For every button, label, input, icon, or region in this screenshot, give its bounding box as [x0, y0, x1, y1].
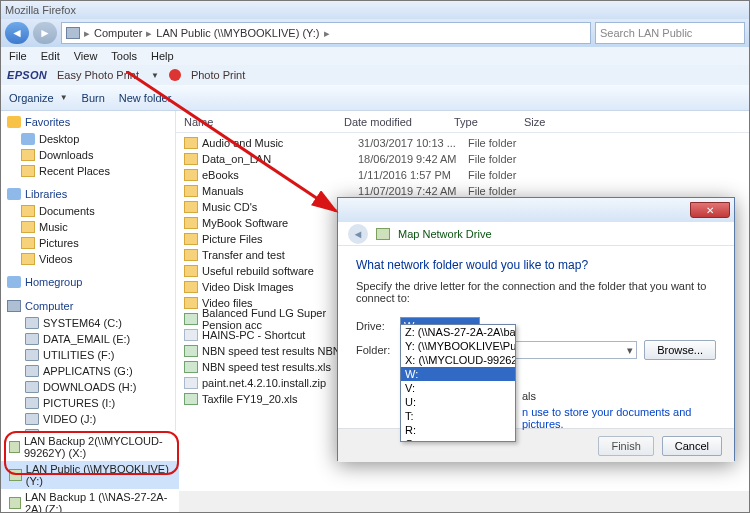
sidebar-item-drive[interactable]: DOWNLOADS (H:) [1, 379, 175, 395]
browse-button[interactable]: Browse... [644, 340, 716, 360]
epson-logo: EPSON [7, 69, 47, 81]
menu-edit[interactable]: Edit [41, 50, 60, 62]
sidebar-item-pictures[interactable]: Pictures [1, 235, 175, 251]
dropdown-option[interactable]: V: [401, 381, 515, 395]
search-placeholder: Search LAN Public [600, 27, 692, 39]
folder-icon [21, 149, 35, 161]
epson-toolbar: EPSON Easy Photo Print ▼ Photo Print [1, 65, 749, 85]
file-icon [184, 393, 198, 405]
forward-button[interactable]: ► [33, 22, 57, 44]
menu-tools[interactable]: Tools [111, 50, 137, 62]
file-icon [184, 329, 198, 341]
finish-button[interactable]: Finish [598, 436, 653, 456]
file-icon [184, 201, 198, 213]
sidebar-item-drive[interactable]: DATA_EMAIL (E:) [1, 331, 175, 347]
chevron-down-icon: ▾ [627, 344, 633, 357]
chevron-right-icon: ▸ [146, 27, 152, 40]
sidebar-item-desktop[interactable]: Desktop [1, 131, 175, 147]
new-folder-button[interactable]: New folder [119, 92, 172, 104]
folder-icon [21, 253, 35, 265]
file-icon [184, 313, 198, 325]
table-row[interactable]: Audio and Music31/03/2017 10:13 ...File … [176, 135, 749, 151]
drive-icon [25, 317, 39, 329]
chevron-right-icon: ▸ [324, 27, 330, 40]
folder-icon [21, 165, 35, 177]
col-name[interactable]: Name [184, 116, 344, 128]
sidebar-item-drive[interactable]: PICTURES (I:) [1, 395, 175, 411]
sidebar-item-lanpublic[interactable]: LAN Public (\\MYBOOKLIVE) (Y:) [1, 461, 179, 489]
dropdown-option[interactable]: Y: (\\MYBOOKLIVE\Public) [401, 339, 515, 353]
dropdown-option[interactable]: T: [401, 409, 515, 423]
file-icon [184, 217, 198, 229]
sidebar-item-documents[interactable]: Documents [1, 203, 175, 219]
map-network-drive-dialog: ✕ ◄ Map Network Drive What network folde… [337, 197, 735, 461]
sidebar-item-drive[interactable]: VIDEO (J:) [1, 411, 175, 427]
sidebar-item-drive[interactable]: APPLICATNS (G:) [1, 363, 175, 379]
computer-header[interactable]: Computer [1, 297, 175, 315]
easy-photo-print-button[interactable]: Easy Photo Print [57, 69, 139, 81]
menu-file[interactable]: File [9, 50, 27, 62]
dropdown-option[interactable]: Z: (\\NAS-27-2A-2A\backup) [401, 325, 515, 339]
col-size[interactable]: Size [524, 116, 584, 128]
cancel-button[interactable]: Cancel [662, 436, 722, 456]
file-icon [184, 137, 198, 149]
file-icon [184, 281, 198, 293]
folder-icon [21, 205, 35, 217]
file-icon [184, 361, 198, 373]
dropdown-option[interactable]: U: [401, 395, 515, 409]
drive-icon [25, 349, 39, 361]
sidebar-item-lanbackup2[interactable]: LAN Backup 2(\\MYCLOUD-99262Y) (X:) [1, 433, 179, 461]
dropdown-option[interactable]: W: [401, 367, 515, 381]
burn-button[interactable]: Burn [82, 92, 105, 104]
dropdown-option[interactable]: R: [401, 423, 515, 437]
file-icon [184, 249, 198, 261]
file-icon [184, 297, 198, 309]
file-icon [184, 377, 198, 389]
homegroup-header[interactable]: Homegroup [1, 273, 175, 291]
computer-icon [7, 300, 21, 312]
file-icon [184, 185, 198, 197]
storage-link-tail[interactable]: n use to store your documents and pictur… [522, 406, 734, 430]
dialog-back-button[interactable]: ◄ [348, 224, 368, 244]
file-icon [184, 265, 198, 277]
sidebar-item-drive[interactable]: UTILITIES (F:) [1, 347, 175, 363]
sidebar-item-videos[interactable]: Videos [1, 251, 175, 267]
dropdown-option[interactable]: Q: [401, 437, 515, 442]
sidebar-item-recent[interactable]: Recent Places [1, 163, 175, 179]
chevron-down-icon[interactable]: ▼ [151, 71, 159, 80]
dialog-headline: What network folder would you like to ma… [356, 258, 716, 272]
sidebar-item-drive[interactable]: SYSTEM64 (C:) [1, 315, 175, 331]
close-button[interactable]: ✕ [690, 202, 730, 218]
columns-header: Name Date modified Type Size [176, 111, 749, 133]
sidebar-item-downloads[interactable]: Downloads [1, 147, 175, 163]
drive-dropdown-list[interactable]: Z: (\\NAS-27-2A-2A\backup)Y: (\\MYBOOKLI… [400, 324, 516, 442]
breadcrumb[interactable]: LAN Public (\\MYBOOKLIVE) (Y:) [156, 27, 319, 39]
network-drive-icon [9, 497, 21, 509]
table-row[interactable]: Data_on_LAN18/06/2019 9:42 AMFile folder [176, 151, 749, 167]
back-button[interactable]: ◄ [5, 22, 29, 44]
network-drive-icon [376, 228, 390, 240]
sidebar-item-lanbackup1[interactable]: LAN Backup 1 (\\NAS-27-2A-2A) (Z:) [1, 489, 179, 513]
file-icon [184, 345, 198, 357]
file-icon [184, 169, 198, 181]
window-titlebar: Mozilla Firefox [1, 1, 749, 19]
menu-help[interactable]: Help [151, 50, 174, 62]
breadcrumb[interactable]: Computer [94, 27, 142, 39]
search-input[interactable]: Search LAN Public [595, 22, 745, 44]
sidebar-item-music[interactable]: Music [1, 219, 175, 235]
homegroup-icon [7, 276, 21, 288]
table-row[interactable]: eBooks1/11/2016 1:57 PMFile folder [176, 167, 749, 183]
address-bar[interactable]: ▸ Computer ▸ LAN Public (\\MYBOOKLIVE) (… [61, 22, 591, 44]
photo-print-button[interactable]: Photo Print [191, 69, 245, 81]
favorites-header[interactable]: Favorites [1, 113, 175, 131]
dropdown-option[interactable]: X: (\\MYCLOUD-99262Y\Public) [401, 353, 515, 367]
libraries-icon [7, 188, 21, 200]
col-date[interactable]: Date modified [344, 116, 454, 128]
organize-button[interactable]: Organize▼ [9, 92, 68, 104]
col-type[interactable]: Type [454, 116, 524, 128]
network-drive-icon [9, 441, 20, 453]
libraries-header[interactable]: Libraries [1, 185, 175, 203]
menu-view[interactable]: View [74, 50, 98, 62]
drive-icon [25, 365, 39, 377]
file-icon [184, 233, 198, 245]
